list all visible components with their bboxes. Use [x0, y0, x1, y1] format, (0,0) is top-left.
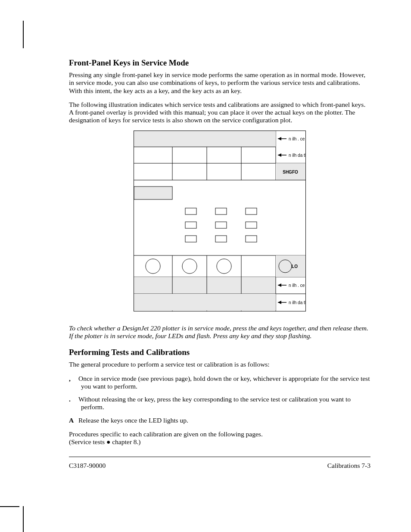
heading-front-panel-keys: Front-Panel Keys in Service Mode: [69, 58, 371, 68]
arrow-left-icon: [278, 301, 286, 304]
arrow-left-icon: [278, 283, 286, 287]
page-footer: C3187-90000 Calibrations 7-3: [69, 462, 371, 470]
callout-label: n ilh . ce: [289, 283, 305, 288]
svg-rect-26: [246, 236, 257, 242]
crop-mark: [23, 21, 24, 48]
callout-label: n ilh . ce: [289, 137, 305, 141]
key-label: SHGFO: [283, 170, 298, 174]
crop-mark: [0, 506, 19, 507]
svg-rect-18: [185, 208, 196, 215]
svg-rect-19: [215, 208, 227, 215]
step-text: Once in service mode (see previous page)…: [78, 375, 370, 390]
crop-mark: [23, 506, 24, 532]
svg-rect-33: [276, 255, 305, 277]
page: Front-Panel Keys in Service Mode Pressin…: [0, 0, 411, 532]
paragraph: Procedures specific to each calibration …: [69, 430, 371, 446]
svg-rect-7: [207, 131, 241, 147]
svg-rect-22: [215, 222, 227, 228]
list-item: ,Once in service mode (see previous page…: [69, 375, 371, 391]
svg-marker-14: [278, 137, 281, 140]
key-label: LO: [292, 264, 298, 269]
content-area: Front-Panel Keys in Service Mode Pressin…: [69, 58, 371, 452]
callout-label: n ilh da tNe: [289, 153, 306, 158]
svg-point-34: [146, 259, 160, 274]
step-text: Without releasing the or key, press the …: [78, 395, 351, 411]
svg-point-35: [182, 259, 197, 274]
list-item: ARelease the keys once the LED lights up…: [69, 417, 371, 424]
indicator-grid: [185, 208, 257, 242]
svg-rect-20: [246, 208, 257, 215]
svg-marker-16: [278, 153, 281, 157]
callout-label: n ilh da tNe: [289, 300, 306, 305]
svg-rect-8: [241, 131, 276, 147]
svg-rect-5: [134, 131, 172, 147]
arrow-left-icon: [278, 153, 286, 157]
footer-rule: [69, 457, 371, 457]
svg-marker-46: [278, 283, 281, 287]
heading-performing-tests: Performing Tests and Calibrations: [69, 348, 371, 357]
step-text: Release the keys once the LED lights up.: [78, 417, 188, 424]
note-italic: To check whether a DesignJet 220 plotter…: [69, 324, 371, 340]
paragraph: Pressing any single front-panel key in s…: [69, 71, 371, 95]
step-marker: A: [69, 417, 78, 424]
svg-rect-23: [246, 222, 257, 228]
svg-marker-48: [278, 301, 281, 304]
arrow-left-icon: [278, 137, 286, 140]
paragraph: The following illustration indicates whi…: [69, 101, 371, 124]
svg-rect-6: [172, 131, 207, 147]
footer-left: C3187-90000: [69, 462, 106, 470]
figure-keypad-overlay: SHGFO n ilh . ce n ilh da tNe: [69, 131, 371, 311]
svg-rect-24: [185, 236, 196, 242]
steps-list: ,Once in service mode (see previous page…: [69, 375, 371, 424]
svg-point-36: [217, 259, 231, 274]
svg-rect-38: [134, 277, 276, 294]
step-marker: .: [69, 395, 78, 403]
svg-rect-25: [215, 236, 227, 242]
svg-rect-21: [185, 222, 196, 228]
paragraph: The general procedure to perform a servi…: [69, 361, 371, 368]
figure-svg: SHGFO n ilh . ce n ilh da tNe: [134, 131, 306, 311]
svg-rect-17: [134, 187, 172, 199]
list-item: .Without releasing the or key, press the…: [69, 395, 371, 411]
step-marker: ,: [69, 375, 78, 383]
svg-rect-44: [134, 294, 276, 311]
footer-right: Calibrations 7-3: [327, 462, 371, 470]
